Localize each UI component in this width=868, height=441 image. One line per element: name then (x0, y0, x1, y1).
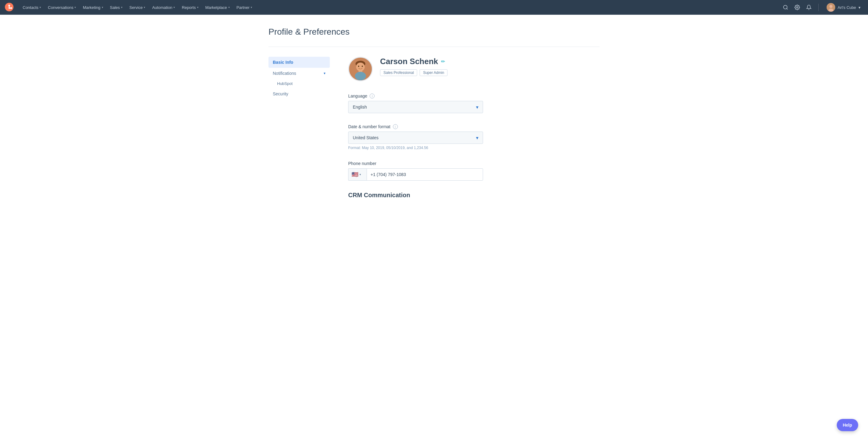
date-format-section: Date & number format i United States ▾ F… (348, 124, 599, 150)
settings-button[interactable] (793, 3, 801, 11)
profile-name-row: Carson Schenk ✏ (380, 57, 447, 66)
svg-point-9 (829, 5, 832, 8)
chevron-down-icon: ▾ (102, 6, 103, 9)
svg-line-6 (786, 8, 787, 9)
chevron-down-icon: ▾ (121, 6, 123, 9)
badge-sales-professional: Sales Professional (380, 69, 417, 76)
nav-contacts[interactable]: Contacts ▾ (20, 3, 44, 12)
chevron-down-icon: ▾ (39, 6, 41, 9)
crm-heading: CRM Communication (348, 192, 599, 199)
content-layout: Basic Info Notifications ▾ HubSpot Secur… (269, 57, 599, 199)
svg-point-13 (356, 63, 365, 71)
svg-point-5 (783, 5, 787, 9)
chevron-down-icon: ▾ (360, 173, 361, 176)
profile-name: Carson Schenk (380, 57, 438, 66)
phone-label: Phone number (348, 161, 376, 166)
profile-avatar (348, 57, 373, 81)
date-format-select[interactable]: United States ▾ (348, 131, 483, 144)
date-format-info-icon[interactable]: i (393, 124, 398, 129)
nav-marketing[interactable]: Marketing ▾ (80, 3, 106, 12)
nav-conversations[interactable]: Conversations ▾ (45, 3, 79, 12)
phone-section: Phone number 🇺🇸 ▾ (348, 161, 599, 181)
language-label: Language (348, 93, 367, 98)
chevron-down-icon: ▾ (74, 6, 76, 9)
sidebar-item-hubspot[interactable]: HubSpot (269, 79, 330, 88)
phone-number-input[interactable] (367, 168, 483, 181)
nav-partner[interactable]: Partner ▾ (234, 3, 256, 12)
user-menu[interactable]: Art's Cube ▾ (824, 2, 863, 13)
svg-point-7 (796, 7, 798, 8)
nav-marketplace[interactable]: Marketplace ▾ (202, 3, 233, 12)
main-content: Carson Schenk ✏ Sales Professional Super… (348, 57, 599, 199)
phone-country-selector[interactable]: 🇺🇸 ▾ (348, 168, 367, 181)
sidebar-item-basic-info[interactable]: Basic Info (269, 57, 330, 68)
chevron-down-icon: ▾ (476, 135, 478, 141)
chevron-down-icon: ▾ (476, 104, 478, 110)
page-divider (269, 47, 599, 47)
date-format-hint: Format: May 10, 2019, 05/10/2019, and 1,… (348, 146, 599, 150)
profile-header: Carson Schenk ✏ Sales Professional Super… (348, 57, 599, 81)
sidebar-item-security[interactable]: Security (269, 88, 330, 99)
nav-divider (818, 4, 819, 11)
chevron-down-icon: ▾ (859, 5, 861, 10)
svg-point-17 (355, 72, 366, 80)
nav-reports[interactable]: Reports ▾ (179, 3, 202, 12)
topnav-links: Contacts ▾ Conversations ▾ Marketing ▾ S… (20, 3, 781, 12)
svg-point-1 (8, 5, 10, 6)
flag-icon: 🇺🇸 (351, 171, 358, 178)
hubspot-logo[interactable] (5, 3, 13, 12)
page-container: Profile & Preferences Basic Info Notific… (250, 15, 618, 211)
avatar (827, 3, 835, 12)
profile-info: Carson Schenk ✏ Sales Professional Super… (380, 57, 447, 76)
notifications-button[interactable] (805, 3, 813, 11)
date-format-label-row: Date & number format i (348, 124, 599, 129)
svg-point-14 (358, 66, 359, 67)
chevron-down-icon: ▾ (174, 6, 175, 9)
nav-sales[interactable]: Sales ▾ (107, 3, 126, 12)
language-section: Language i English ▾ (348, 93, 599, 113)
sidebar-item-notifications[interactable]: Notifications ▾ (269, 68, 330, 79)
language-label-row: Language i (348, 93, 599, 98)
edit-icon[interactable]: ✏ (441, 59, 445, 64)
svg-rect-4 (10, 7, 11, 8)
sidebar: Basic Info Notifications ▾ HubSpot Secur… (269, 57, 330, 99)
topnav: Contacts ▾ Conversations ▾ Marketing ▾ S… (0, 0, 868, 15)
phone-label-row: Phone number (348, 161, 599, 166)
svg-rect-2 (8, 6, 9, 8)
page-title: Profile & Preferences (269, 27, 599, 37)
nav-service[interactable]: Service ▾ (126, 3, 148, 12)
chevron-down-icon: ▾ (324, 71, 326, 76)
language-select[interactable]: English ▾ (348, 101, 483, 113)
language-info-icon[interactable]: i (370, 93, 375, 98)
phone-input-row: 🇺🇸 ▾ (348, 168, 483, 181)
nav-automation[interactable]: Automation ▾ (149, 3, 178, 12)
chevron-down-icon: ▾ (197, 6, 198, 9)
profile-badges: Sales Professional Super Admin (380, 69, 447, 76)
chevron-down-icon: ▾ (251, 6, 252, 9)
date-format-label: Date & number format (348, 124, 391, 129)
search-button[interactable] (781, 3, 789, 11)
svg-point-15 (362, 66, 363, 67)
topnav-actions: Art's Cube ▾ (781, 2, 863, 13)
chevron-down-icon: ▾ (144, 6, 145, 9)
badge-super-admin: Super Admin (420, 69, 447, 76)
chevron-down-icon: ▾ (228, 6, 230, 9)
